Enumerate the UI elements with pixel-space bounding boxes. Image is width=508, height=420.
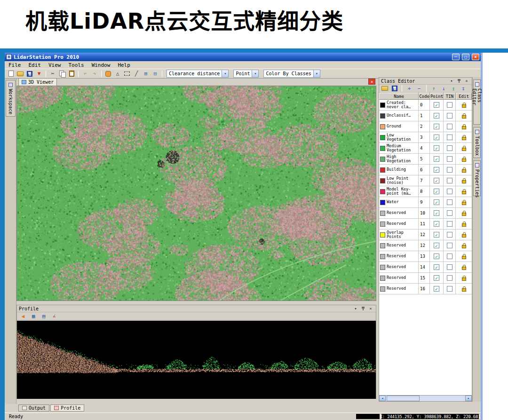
tin-checkbox[interactable]	[447, 178, 452, 183]
class-row[interactable]: Ground2✓	[379, 121, 472, 132]
class-row[interactable]: Low Vegetation3✓	[379, 132, 472, 143]
point-checkbox[interactable]: ✓	[434, 167, 439, 173]
class-color-swatch[interactable]	[380, 103, 385, 108]
chevron-down-icon[interactable]: ▾	[352, 306, 359, 311]
lock-icon[interactable]	[462, 288, 466, 292]
class-color-swatch[interactable]	[380, 232, 385, 238]
color-mode-combo[interactable]: Color By Classes ▾	[263, 70, 320, 78]
chevron-down-icon[interactable]: ▾	[448, 78, 455, 84]
lock-icon[interactable]	[462, 126, 466, 129]
column-header-code[interactable]: Code	[419, 93, 430, 100]
profile-layers-icon[interactable]: ▤	[40, 312, 48, 320]
class-row[interactable]: High Vegetation5✓	[379, 154, 472, 165]
point-checkbox[interactable]: ✓	[434, 221, 439, 227]
import-icon[interactable]: ▼	[35, 70, 43, 78]
class-row[interactable]: Medium Vegetation4✓	[379, 143, 472, 154]
point-checkbox[interactable]: ✓	[434, 264, 439, 270]
remove-class-icon[interactable]: −	[415, 84, 423, 93]
class-color-swatch[interactable]	[380, 178, 385, 183]
class-row[interactable]: Model Key-point (ma…8✓	[379, 186, 472, 197]
menu-tools[interactable]: Tools	[65, 62, 88, 68]
class-row[interactable]: Reserved12✓	[379, 240, 472, 251]
move-top-icon[interactable]: ↥	[449, 84, 458, 93]
tin-checkbox[interactable]	[447, 135, 452, 140]
lock-icon[interactable]	[462, 256, 466, 259]
point-checkbox[interactable]: ✓	[434, 243, 439, 248]
lock-icon[interactable]	[462, 213, 466, 216]
point-checkbox[interactable]: ✓	[434, 286, 439, 292]
class-color-swatch[interactable]	[380, 243, 385, 248]
maximize-button[interactable]: ▢	[462, 54, 469, 60]
menu-window[interactable]: Window	[88, 62, 114, 68]
polygon-select-icon[interactable]: △	[113, 70, 122, 78]
scroll-right-icon[interactable]: ▸	[465, 396, 472, 401]
class-color-swatch[interactable]	[380, 265, 385, 270]
scroll-left-icon[interactable]: ◂	[379, 396, 386, 401]
class-row[interactable]: Low Point (noise)7✓	[379, 175, 472, 186]
menu-help[interactable]: Help	[114, 62, 134, 68]
tab-class-editor[interactable]: Class Editor	[473, 79, 481, 125]
point-checkbox[interactable]: ✓	[434, 254, 439, 259]
menu-file[interactable]: File	[5, 62, 25, 68]
class-editor-hscrollbar[interactable]: ◂ ▸	[379, 395, 472, 401]
window-titlebar[interactable]: ▣ LidarStation Pro 2010 ─ ▢ ×	[5, 53, 481, 61]
close-icon[interactable]: ×	[367, 306, 374, 311]
class-color-swatch[interactable]	[380, 157, 385, 162]
tin-checkbox[interactable]	[447, 189, 452, 194]
lock-icon[interactable]	[462, 277, 466, 281]
close-button[interactable]: ×	[472, 54, 479, 60]
new-file-icon[interactable]	[7, 70, 15, 78]
undo-icon[interactable]: ↶	[81, 70, 89, 78]
save-icon[interactable]	[390, 84, 399, 93]
tin-checkbox[interactable]	[447, 232, 452, 238]
column-header-edit[interactable]: Edit	[456, 93, 472, 100]
redo-icon[interactable]: ↷	[90, 70, 99, 78]
tin-checkbox[interactable]	[447, 221, 452, 227]
chevron-down-icon[interactable]: ▾	[252, 70, 259, 78]
lock-icon[interactable]	[462, 202, 466, 205]
workspace-tab[interactable]: Workspace	[6, 80, 16, 117]
point-checkbox[interactable]: ✓	[434, 210, 439, 216]
tin-checkbox[interactable]	[447, 145, 452, 151]
open-folder-icon[interactable]	[381, 84, 389, 93]
tab-3d-viewer[interactable]: 3D Viewer	[18, 78, 57, 86]
save-icon[interactable]	[25, 70, 34, 78]
point-checkbox[interactable]: ✓	[434, 189, 439, 194]
class-color-swatch[interactable]	[380, 222, 385, 227]
lock-icon[interactable]	[462, 267, 466, 270]
lock-icon[interactable]	[462, 148, 466, 151]
cut-icon[interactable]: ✂	[48, 70, 57, 78]
tab-output[interactable]: Output	[18, 404, 49, 412]
class-color-swatch[interactable]	[380, 200, 385, 205]
tin-checkbox[interactable]	[447, 124, 452, 129]
class-row[interactable]: Unclassif…1✓	[379, 111, 472, 121]
lock-icon[interactable]	[462, 115, 466, 119]
lock-icon[interactable]	[462, 158, 466, 162]
clearance-distance-combo[interactable]: Clearance distance ▾	[167, 70, 229, 78]
profile-prev-icon[interactable]: ◀	[19, 312, 27, 320]
column-header-tin[interactable]: TIN	[444, 93, 456, 100]
tab-properties[interactable]: Properties	[473, 160, 481, 196]
point-checkbox[interactable]: ✓	[434, 145, 439, 151]
scrollbar-thumb[interactable]	[387, 396, 420, 401]
class-color-swatch[interactable]	[380, 276, 385, 281]
tin-checkbox[interactable]	[447, 156, 452, 162]
move-down-icon[interactable]: ↓	[439, 84, 448, 93]
profile-measure-icon[interactable]: ∠	[50, 312, 58, 320]
point-cloud-viewer[interactable]	[16, 86, 376, 301]
point-checkbox[interactable]: ✓	[434, 124, 439, 129]
rectangle-select-icon[interactable]	[123, 70, 131, 78]
point-checkbox[interactable]: ✓	[434, 156, 439, 162]
tin-checkbox[interactable]	[447, 264, 452, 270]
point-checkbox[interactable]: ✓	[434, 178, 439, 183]
lock-icon[interactable]	[462, 191, 466, 194]
tin-checkbox[interactable]	[447, 167, 452, 173]
class-color-swatch[interactable]	[380, 124, 385, 129]
lock-icon[interactable]	[462, 137, 466, 140]
pan-tool-icon[interactable]	[104, 70, 112, 78]
tab-profile[interactable]: Profile	[50, 404, 84, 412]
class-row[interactable]: Reserved13✓	[379, 251, 472, 262]
lock-icon[interactable]	[462, 234, 466, 238]
class-row[interactable]: Reserved14✓	[379, 262, 472, 273]
class-color-swatch[interactable]	[380, 146, 385, 151]
